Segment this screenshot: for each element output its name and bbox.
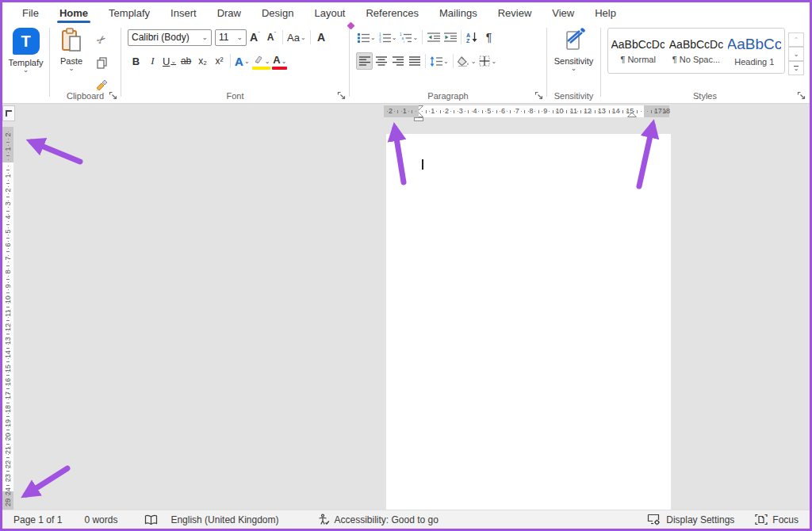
chevron-down-icon: ⌄ [471, 58, 477, 65]
align-center-button[interactable] [373, 52, 389, 70]
vertical-ruler[interactable]: 1212345678910111213141516171819202122232… [2, 127, 13, 510]
clipboard-dialog-launcher[interactable] [108, 90, 117, 100]
justify-button[interactable] [406, 52, 423, 70]
chevron-down-icon: ⌄ [236, 35, 243, 40]
templafy-button[interactable]: T Templafy ⌄ [8, 23, 43, 103]
ruler-tick [387, 111, 388, 112]
ruler-tick [6, 224, 10, 225]
sort-button[interactable]: AZ [464, 29, 481, 46]
ribbon-tab-review[interactable]: Review [488, 2, 542, 23]
ruler-tick [401, 111, 402, 112]
page-indicator[interactable]: Page 1 of 1 [13, 514, 62, 525]
font-dialog-launcher[interactable] [336, 90, 346, 100]
style-normal[interactable]: AaBbCcDc ¶ Normal [611, 32, 665, 70]
font-size-select[interactable]: 11⌄ [215, 29, 247, 46]
ruler-tick [6, 266, 10, 266]
align-right-button[interactable] [389, 52, 406, 70]
underline-button[interactable]: U⌄ [161, 52, 178, 70]
ribbon-tab-home[interactable]: Home [49, 2, 98, 23]
ribbon-tab-insert[interactable]: Insert [160, 2, 207, 23]
focus-icon [755, 514, 768, 525]
subscript-button[interactable]: x₂ [194, 52, 211, 70]
show-hide-marks-button[interactable]: ¶ [481, 29, 497, 46]
language-indicator[interactable]: English (United Kingdom) [170, 514, 278, 525]
paragraph-dialog-launcher[interactable] [534, 90, 543, 100]
ribbon-tab-references[interactable]: References [355, 2, 428, 23]
ribbon-tab-help[interactable]: Help [584, 2, 626, 23]
copy-button[interactable] [92, 54, 111, 71]
accessibility-status[interactable]: Accessibility: Good to go [317, 514, 439, 526]
borders-button[interactable]: ⌄ [477, 52, 498, 70]
ruler-tick [566, 110, 567, 113]
tab-stop-selector[interactable] [2, 105, 15, 121]
ruler-tick [637, 110, 638, 113]
ruler-tick [8, 426, 9, 427]
increase-indent-button[interactable] [442, 29, 458, 46]
cut-button[interactable]: ✂ [92, 31, 111, 48]
group-font: Calibri (Body)⌄ 11⌄ Aˆ Aˇ Aa⌄ A B I U⌄ a… [121, 23, 349, 103]
display-settings-button[interactable]: Display Settings [647, 514, 734, 525]
ruler-tick [465, 111, 465, 112]
grow-font-button[interactable]: Aˆ [247, 29, 263, 46]
ruler-number: 9 [543, 107, 547, 115]
ruler-tick [8, 330, 9, 331]
highlight-button[interactable]: ⌄ [251, 52, 272, 70]
ruler-tick [591, 111, 592, 112]
ruler-tick [665, 110, 666, 113]
style-name: Heading 1 [734, 57, 774, 67]
decrease-indent-button[interactable] [425, 29, 442, 46]
chevron-down-icon: ⌄ [282, 58, 287, 65]
ribbon-tab-mailings[interactable]: Mailings [429, 2, 488, 23]
ruler-tick [8, 378, 9, 379]
ruler-tick [8, 323, 9, 324]
bullets-button[interactable]: ⌄ [356, 29, 377, 46]
shading-button[interactable]: ⌄ [456, 52, 478, 70]
ribbon-tab-layout[interactable]: Layout [304, 2, 355, 23]
ruler-tick [8, 399, 9, 399]
proofing-status[interactable] [144, 514, 158, 525]
ruler-tick [8, 241, 9, 242]
ribbon-tab-file[interactable]: File [12, 2, 49, 23]
ruler-tick [8, 502, 9, 502]
bold-button[interactable]: B [128, 52, 144, 70]
styles-scroll-down-button[interactable]: ⌄ [788, 47, 804, 61]
text-effects-button[interactable]: A⌄ [233, 52, 251, 70]
multilevel-list-button[interactable]: 1ai ⌄ [398, 29, 419, 46]
ribbon-tab-templafy[interactable]: Templafy [98, 2, 160, 23]
ruler-tick [654, 111, 655, 112]
clear-formatting-button[interactable]: A [313, 29, 330, 46]
styles-dialog-launcher[interactable] [796, 90, 806, 100]
display-settings-icon [647, 514, 661, 525]
superscript-button[interactable]: x² [211, 52, 228, 70]
numbering-button[interactable]: 123 ⌄ [377, 29, 399, 46]
focus-button[interactable]: Focus [755, 514, 799, 525]
ruler-tick [422, 111, 423, 112]
align-center-icon [376, 56, 387, 66]
ruler-tick [8, 289, 9, 290]
horizontal-ruler[interactable]: 121234567891011121314151718 [384, 105, 669, 117]
left-indent-marker[interactable] [415, 118, 423, 121]
chevron-down-icon: ⌄ [265, 58, 270, 65]
ribbon-tab-draw[interactable]: Draw [207, 2, 251, 23]
chevron-down-icon: ⌄ [68, 66, 75, 71]
style-no-spacing[interactable]: AaBbCcDc ¶ No Spac... [669, 32, 722, 70]
sort-icon: AZ [466, 32, 478, 43]
word-count[interactable]: 0 words [84, 514, 117, 525]
font-color-button[interactable]: A ⌄ [271, 52, 288, 70]
ruler-tick [468, 110, 469, 113]
font-name-select[interactable]: Calibri (Body)⌄ [128, 29, 212, 46]
ruler-tick [8, 269, 9, 269]
align-left-button[interactable] [356, 52, 373, 70]
ruler-tick [416, 111, 416, 112]
shrink-font-button[interactable]: Aˇ [263, 29, 280, 46]
styles-more-button[interactable]: ⌄ [788, 61, 804, 75]
styles-scroll-up-button[interactable]: ⌃ [788, 32, 804, 47]
ribbon-tab-design[interactable]: Design [251, 2, 304, 23]
line-spacing-button[interactable]: ⌄ [428, 52, 450, 70]
ribbon-tab-view[interactable]: View [542, 2, 584, 23]
strikethrough-button[interactable]: ab [178, 52, 194, 70]
document-page[interactable] [386, 134, 671, 510]
change-case-button[interactable]: Aa⌄ [285, 29, 308, 46]
italic-button[interactable]: I [144, 52, 161, 70]
style-heading-1[interactable]: AaBbCc Heading 1 [728, 32, 781, 70]
